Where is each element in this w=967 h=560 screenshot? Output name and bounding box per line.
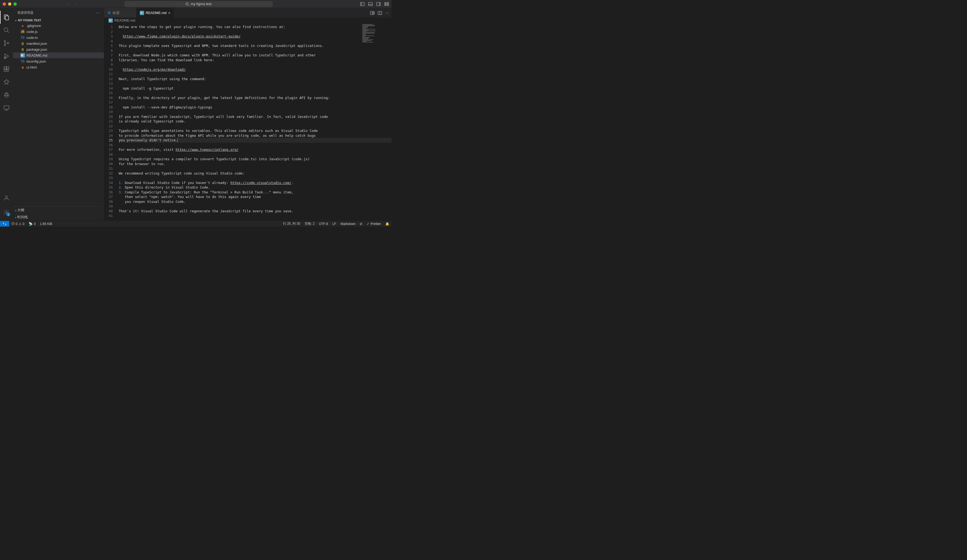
svg-rect-23 <box>7 67 9 69</box>
layout-panel-icon[interactable] <box>368 2 373 6</box>
breadcrumbs[interactable]: M↓ README.md <box>104 18 391 23</box>
activity-settings[interactable]: 1 <box>0 206 13 219</box>
settings-badge: 1 <box>7 212 10 216</box>
outline-section[interactable]: › 大纲 <box>13 207 104 214</box>
svg-point-14 <box>4 28 8 31</box>
status-cursor-pos[interactable]: 行 25, 列 30 <box>281 221 302 226</box>
project-header[interactable]: ⌄ MY FIGMA TEST <box>13 18 104 23</box>
svg-line-15 <box>7 31 9 33</box>
layout-primary-icon[interactable] <box>360 2 365 6</box>
status-notifications[interactable]: 🔔 <box>383 221 391 226</box>
close-window-icon[interactable] <box>3 2 6 6</box>
nav-back-icon[interactable]: ← <box>66 2 69 6</box>
code-content[interactable]: Below are the steps to get your plugin r… <box>117 23 391 221</box>
markdown-icon: M↓ <box>109 18 113 23</box>
editor-tab[interactable]: ⌘欢迎 <box>104 8 137 18</box>
titlebar-actions <box>360 2 389 6</box>
activity-search[interactable] <box>0 24 13 37</box>
file-label: README.md <box>26 53 47 58</box>
breadcrumb-file: README.md <box>114 18 135 22</box>
customize-layout-icon[interactable] <box>384 2 389 6</box>
activity-remote-explorer[interactable] <box>0 101 13 114</box>
maximize-window-icon[interactable] <box>13 2 17 6</box>
svg-rect-13 <box>5 16 8 20</box>
json-file-icon: {} <box>20 41 25 46</box>
editor-tabs: ⌘欢迎M↓README.md× ⋯ <box>104 8 391 18</box>
more-icon[interactable]: ⋯ <box>96 11 99 15</box>
status-indent[interactable]: 空格: 2 <box>302 221 317 226</box>
svg-rect-2 <box>360 2 364 6</box>
file-item[interactable]: {}manifest.json <box>13 40 104 46</box>
remote-indicator[interactable] <box>0 221 9 227</box>
search-text: my figma test <box>191 2 211 6</box>
file-item[interactable]: {}package.json <box>13 46 104 52</box>
error-icon: ⓧ <box>12 221 15 226</box>
status-language[interactable]: Markdown <box>338 221 358 226</box>
svg-rect-29 <box>4 106 9 109</box>
preview-icon[interactable] <box>370 11 375 15</box>
timeline-section[interactable]: › 时间线 <box>13 214 104 221</box>
file-item[interactable]: TScode.ts <box>13 35 104 40</box>
activity-explorer[interactable] <box>0 11 13 24</box>
file-label: code.js <box>26 30 38 34</box>
tab-label: README.md <box>146 11 167 15</box>
svg-point-16 <box>4 41 6 42</box>
command-center[interactable]: my figma test <box>124 1 273 7</box>
activity-copilot[interactable] <box>0 89 13 101</box>
outline-label: 大纲 <box>17 208 24 212</box>
minimize-window-icon[interactable] <box>8 2 12 6</box>
status-filesize[interactable]: 1.65 KiB <box>38 222 54 226</box>
file-item[interactable]: M↓README.md <box>13 52 104 58</box>
file-label: tsconfig.json <box>26 59 46 63</box>
activity-extensions[interactable] <box>0 63 13 76</box>
line-numbers: 1234567891011121314151617181920212223242… <box>104 23 117 221</box>
warning-icon: ⚠ <box>19 222 21 226</box>
file-label: code.ts <box>26 36 38 40</box>
editor-tab[interactable]: M↓README.md× <box>137 8 174 18</box>
svg-rect-10 <box>385 4 386 6</box>
svg-point-36 <box>373 12 374 13</box>
status-problems[interactable]: ⓧ0 ⚠0 <box>9 221 26 226</box>
file-label: package.json <box>26 48 47 51</box>
file-item[interactable]: ◉ui.html <box>13 64 104 70</box>
activity-source-control[interactable] <box>0 37 13 49</box>
status-copilot[interactable]: ⊘ <box>358 221 365 226</box>
file-item[interactable]: ◆.gitignore <box>13 23 104 29</box>
check-icon: ✓ <box>367 222 370 226</box>
activity-account[interactable] <box>0 191 13 204</box>
js-file-icon: JS <box>20 30 25 34</box>
file-label: ui.html <box>26 65 37 69</box>
layout-secondary-icon[interactable] <box>376 2 381 6</box>
svg-rect-4 <box>368 2 372 6</box>
svg-point-18 <box>8 43 9 44</box>
activity-run-debug[interactable] <box>0 49 13 63</box>
status-eol[interactable]: LF <box>330 221 338 226</box>
nav-forward-icon[interactable]: → <box>74 2 77 6</box>
minimap[interactable]: ████████████████████████████████████████… <box>362 23 391 56</box>
sidebar-footer: › 大纲 › 时间线 <box>13 206 104 221</box>
file-item[interactable]: TStsconfig.json <box>13 58 104 64</box>
svg-line-1 <box>188 5 188 5</box>
status-ports[interactable]: 📡0 <box>26 222 38 226</box>
status-encoding[interactable]: UTF-8 <box>317 221 330 226</box>
more-actions-icon[interactable]: ⋯ <box>385 11 389 15</box>
activity-bar: 1 <box>0 8 13 221</box>
md-file-icon: M↓ <box>20 53 25 58</box>
html-file-icon: ◉ <box>20 65 25 69</box>
sidebar: 资源管理器 ⋯ ⌄ MY FIGMA TEST ◆.gitignoreJScod… <box>13 8 104 221</box>
warning-count: 0 <box>23 222 25 226</box>
activity-gitlens[interactable] <box>0 76 13 89</box>
svg-point-32 <box>5 196 8 198</box>
radio-icon: 📡 <box>29 222 33 226</box>
svg-rect-6 <box>377 2 380 6</box>
close-icon[interactable]: × <box>168 11 170 15</box>
split-editor-icon[interactable] <box>378 11 382 15</box>
ts-file-icon: TS <box>20 59 25 63</box>
status-prettier[interactable]: ✓Prettier <box>365 221 383 226</box>
ts-file-icon: TS <box>20 35 25 40</box>
file-item[interactable]: JScode.js <box>13 29 104 35</box>
chevron-right-icon: › <box>15 208 16 212</box>
editor-body[interactable]: 1234567891011121314151617181920212223242… <box>104 23 391 221</box>
svg-rect-9 <box>387 2 388 4</box>
svg-point-27 <box>5 95 6 96</box>
